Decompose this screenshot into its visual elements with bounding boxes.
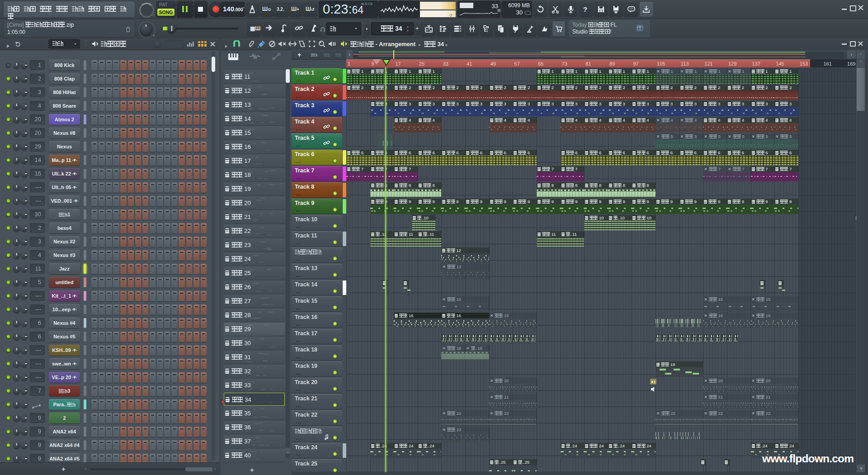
svg-text:?: ? — [583, 5, 587, 13]
